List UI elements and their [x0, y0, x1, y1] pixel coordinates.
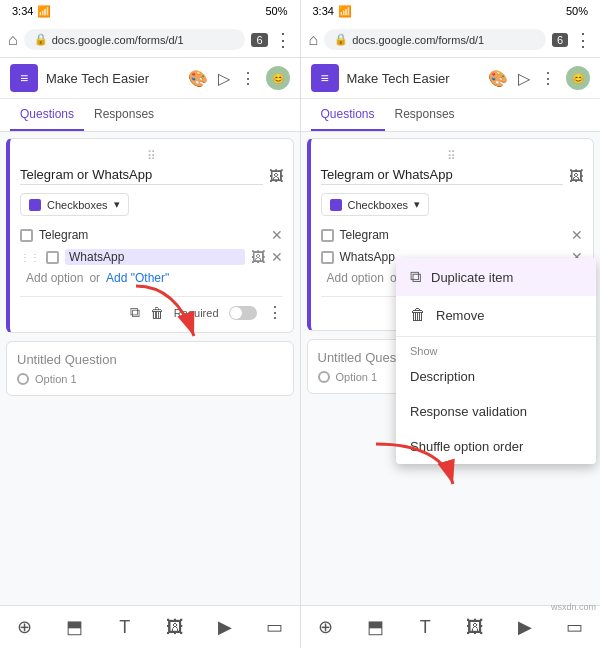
left-tab-count[interactable]: 6 — [251, 33, 267, 47]
right-add-option-text[interactable]: Add option — [327, 271, 384, 285]
left-question-title-row: Telegram or WhatsApp 🖼 — [20, 167, 283, 185]
right-tab-count[interactable]: 6 — [552, 33, 568, 47]
right-toolbar-text[interactable]: T — [410, 612, 440, 642]
right-back-icon[interactable]: ⌂ — [309, 31, 319, 49]
left-dropdown-arrow: ▾ — [114, 198, 120, 211]
menu-item-duplicate[interactable]: ⧉ Duplicate item — [396, 258, 596, 296]
left-time: 3:34 — [12, 5, 33, 17]
right-more-icon[interactable]: ⋮ — [540, 69, 556, 88]
left-toolbar-text[interactable]: T — [110, 612, 140, 642]
left-toolbar-image[interactable]: 🖼 — [160, 612, 190, 642]
right-form-header: ≡ Make Tech Easier 🎨 ▷ ⋮ 😊 — [301, 58, 601, 99]
left-toolbar-section[interactable]: ▭ — [259, 612, 289, 642]
left-more-icon[interactable]: ⋮ — [267, 303, 283, 322]
left-drag-dots-whatsapp: ⋮⋮ — [20, 252, 40, 263]
more-icon[interactable]: ⋮ — [240, 69, 256, 88]
right-url-text: docs.google.com/forms/d/1 — [352, 34, 484, 46]
duplicate-icon: ⧉ — [410, 268, 421, 286]
right-status-bar: 3:34 📶 50% — [301, 0, 601, 22]
left-tabs: Questions Responses — [0, 99, 300, 132]
left-type-label: Checkboxes — [47, 199, 108, 211]
menu-item-remove[interactable]: 🗑 Remove — [396, 296, 596, 334]
menu-remove-label: Remove — [436, 308, 484, 323]
right-drag-handle: ⠿ — [321, 149, 584, 163]
left-toolbar-add[interactable]: ⊕ — [10, 612, 40, 642]
right-radio-circle — [318, 371, 330, 383]
left-lock-icon: 🔒 — [34, 33, 48, 46]
right-close-telegram[interactable]: ✕ — [571, 227, 583, 243]
right-form-icon: ≡ — [311, 64, 339, 92]
right-option-telegram-text[interactable]: Telegram — [340, 228, 566, 242]
menu-divider-1 — [396, 336, 596, 337]
left-option-whatsapp-text[interactable]: WhatsApp — [65, 249, 245, 265]
left-add-other-link[interactable]: Add "Other" — [106, 271, 169, 285]
right-toolbar-image[interactable]: 🖼 — [460, 612, 490, 642]
left-close-telegram[interactable]: ✕ — [271, 227, 283, 243]
menu-item-response-validation[interactable]: Response validation — [396, 394, 596, 429]
left-question-title[interactable]: Telegram or WhatsApp — [20, 167, 263, 185]
right-option-1: Option 1 — [336, 371, 378, 383]
left-required-toggle[interactable] — [229, 306, 257, 320]
left-menu-icon[interactable]: ⋮ — [274, 29, 292, 51]
left-image-icon[interactable]: 🖼 — [269, 168, 283, 184]
send-icon[interactable]: ▷ — [218, 69, 230, 88]
right-url-bar[interactable]: 🔒 docs.google.com/forms/d/1 — [324, 29, 546, 50]
right-toolbar-video[interactable]: ▶ — [510, 612, 540, 642]
left-img-add-whatsapp[interactable]: 🖼 — [251, 249, 265, 265]
left-or-text: or — [89, 271, 100, 285]
left-close-whatsapp[interactable]: ✕ — [271, 249, 283, 265]
right-menu-icon[interactable]: ⋮ — [574, 29, 592, 51]
left-check-whatsapp[interactable] — [46, 251, 59, 264]
left-signal-icon: 📶 — [37, 5, 51, 18]
left-radio-circle — [17, 373, 29, 385]
right-toolbar-import[interactable]: ⬒ — [360, 612, 390, 642]
menu-show-label: Show — [396, 339, 596, 359]
left-option-telegram-text[interactable]: Telegram — [39, 228, 265, 242]
palette-icon[interactable]: 🎨 — [188, 69, 208, 88]
left-copy-icon[interactable]: ⧉ — [130, 304, 140, 321]
tab-responses-right[interactable]: Responses — [385, 99, 465, 131]
menu-item-shuffle[interactable]: Shuffle option order — [396, 429, 596, 464]
right-signal-icon: 📶 — [338, 5, 352, 18]
left-status-bar: 3:34 📶 50% — [0, 0, 301, 22]
left-add-option-text[interactable]: Add option — [26, 271, 83, 285]
right-toolbar-section[interactable]: ▭ — [560, 612, 590, 642]
right-check-whatsapp[interactable] — [321, 251, 334, 264]
right-type-dropdown[interactable]: Checkboxes ▾ — [321, 193, 430, 216]
watermark: wsxdn.com — [551, 602, 596, 612]
left-url-bar[interactable]: 🔒 docs.google.com/forms/d/1 — [24, 29, 246, 50]
left-type-dropdown[interactable]: Checkboxes ▾ — [20, 193, 129, 216]
left-back-icon[interactable]: ⌂ — [8, 31, 18, 49]
left-check-telegram[interactable] — [20, 229, 33, 242]
left-toolbar-video[interactable]: ▶ — [210, 612, 240, 642]
left-battery: 50% — [265, 5, 287, 17]
context-menu: ⧉ Duplicate item 🗑 Remove Show Descripti… — [396, 258, 596, 464]
left-untitled-option: Option 1 — [17, 373, 283, 385]
left-option-whatsapp: ⋮⋮ WhatsApp 🖼 ✕ — [20, 246, 283, 268]
right-question-title-row: Telegram or WhatsApp 🖼 — [321, 167, 584, 185]
right-tabs: Questions Responses — [301, 99, 601, 132]
left-toolbar-import[interactable]: ⬒ — [60, 612, 90, 642]
tab-questions-left[interactable]: Questions — [10, 99, 84, 131]
right-check-telegram[interactable] — [321, 229, 334, 242]
left-header-icons: 🎨 ▷ ⋮ 😊 — [188, 66, 290, 90]
right-image-icon[interactable]: 🖼 — [569, 168, 583, 184]
right-toolbar-add[interactable]: ⊕ — [310, 612, 340, 642]
right-time: 3:34 — [313, 5, 334, 17]
menu-item-description[interactable]: Description — [396, 359, 596, 394]
menu-response-validation-label: Response validation — [410, 404, 527, 419]
tab-responses-left[interactable]: Responses — [84, 99, 164, 131]
right-option-telegram: Telegram ✕ — [321, 224, 584, 246]
tab-questions-right[interactable]: Questions — [311, 99, 385, 131]
left-trash-icon[interactable]: 🗑 — [150, 305, 164, 321]
left-required-label: Required — [174, 307, 219, 319]
left-browser-bar: ⌂ 🔒 docs.google.com/forms/d/1 6 ⋮ — [0, 22, 301, 58]
right-question-title[interactable]: Telegram or WhatsApp — [321, 167, 564, 185]
right-dropdown-arrow: ▾ — [414, 198, 420, 211]
left-form-header: ≡ Make Tech Easier 🎨 ▷ ⋮ 😊 — [0, 58, 300, 99]
right-send-icon[interactable]: ▷ — [518, 69, 530, 88]
right-lock-icon: 🔒 — [334, 33, 348, 46]
menu-description-label: Description — [410, 369, 475, 384]
right-panel-wrap: ≡ Make Tech Easier 🎨 ▷ ⋮ 😊 Questions Res… — [301, 58, 601, 648]
right-palette-icon[interactable]: 🎨 — [488, 69, 508, 88]
